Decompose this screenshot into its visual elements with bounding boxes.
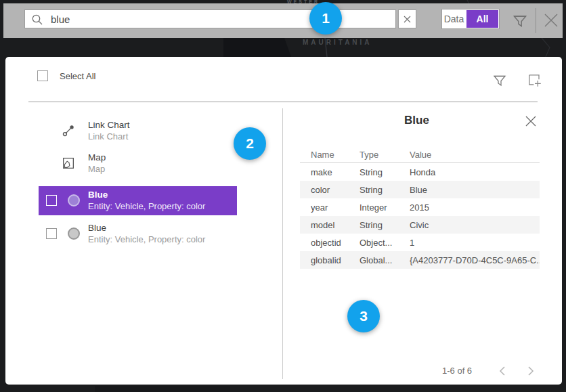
segment-all[interactable]: All (466, 10, 498, 28)
table-row[interactable]: color String Blue (300, 181, 540, 198)
chevron-left-icon[interactable] (496, 364, 510, 378)
attribute-table: make String Honda color String Blue year… (300, 163, 540, 269)
item-checkbox[interactable] (46, 228, 57, 239)
cell-value: Honda (410, 167, 540, 177)
panel-header-divider (28, 102, 538, 102)
cell-type: Object... (360, 238, 410, 248)
item-title: Blue (88, 189, 205, 200)
item-checkbox[interactable] (46, 195, 57, 206)
panel-filter-icon[interactable] (492, 72, 508, 89)
data-all-toggle: Data All (441, 9, 500, 29)
list-item-blue-selected[interactable]: Blue Entity: Vehicle, Property: color (39, 186, 237, 215)
callout-2-badge: 2 (234, 127, 266, 160)
clear-icon (404, 16, 411, 23)
cell-name: make (311, 167, 360, 177)
cell-name: year (311, 202, 360, 213)
detail-title: Blue (293, 114, 540, 127)
column-header-type: Type (360, 150, 410, 160)
table-row[interactable]: model String Civic (300, 216, 540, 234)
item-subtitle: Map (88, 163, 106, 175)
item-title: Link Chart (88, 119, 130, 131)
search-toolbar: Data All (3, 3, 563, 38)
entity-circle-icon (68, 194, 80, 206)
cell-type: String (360, 220, 410, 230)
callout-3-badge: 3 (347, 300, 380, 332)
pagination-label: 1-6 of 6 (442, 366, 472, 376)
select-all-label: Select All (60, 71, 95, 81)
column-header-name: Name (311, 150, 360, 160)
cell-value: Civic (410, 220, 540, 230)
cell-type: Integer (360, 202, 410, 213)
toolbar-divider (536, 8, 536, 33)
select-all-row: Select All (37, 70, 95, 81)
entity-circle-icon (68, 227, 80, 240)
column-header-value: Value (410, 150, 540, 160)
callout-1-badge: 1 (309, 2, 342, 35)
map-label-mauritania: MAURITANIA (303, 39, 372, 46)
item-title: Map (88, 152, 106, 163)
detail-close-icon[interactable] (523, 114, 538, 129)
cell-value: 2015 (410, 202, 540, 213)
cell-name: objectid (311, 238, 360, 248)
chevron-right-icon[interactable] (523, 364, 537, 378)
item-subtitle: Link Chart (88, 131, 130, 142)
cell-name: color (311, 185, 360, 195)
attribute-table-header: Name Type Value (300, 150, 540, 160)
cell-value: {A4203777-D70D-4C5C-9A65-C... (410, 255, 540, 265)
table-row[interactable]: objectid Object... 1 (300, 234, 540, 251)
table-row[interactable]: make String Honda (300, 163, 540, 181)
item-title: Blue (88, 222, 205, 234)
list-item-blue[interactable]: Blue Entity: Vehicle, Property: color (39, 219, 237, 248)
list-detail-divider (282, 108, 283, 379)
map-icon (61, 156, 76, 171)
table-row[interactable]: globalid Global... {A4203777-D70D-4C5C-9… (300, 251, 540, 269)
results-panel: Select All Link Chart Link Chart Map Map (5, 57, 562, 385)
segment-data[interactable]: Data (442, 9, 466, 28)
select-all-checkbox[interactable] (37, 70, 48, 81)
item-subtitle: Entity: Vehicle, Property: color (88, 200, 205, 212)
cell-value: Blue (410, 185, 540, 195)
cell-value: 1 (410, 238, 540, 248)
close-icon[interactable] (542, 11, 561, 30)
link-chart-icon (61, 123, 76, 138)
cell-type: Global... (360, 255, 410, 265)
cell-name: model (311, 220, 360, 230)
cell-name: globalid (311, 255, 360, 265)
clear-search-button[interactable] (398, 9, 416, 28)
cell-type: String (360, 167, 410, 177)
table-row[interactable]: year Integer 2015 (300, 198, 540, 216)
item-subtitle: Entity: Vehicle, Property: color (88, 234, 205, 245)
add-selection-icon[interactable] (527, 72, 543, 89)
filter-icon[interactable] (511, 12, 529, 30)
cell-type: String (360, 185, 410, 195)
